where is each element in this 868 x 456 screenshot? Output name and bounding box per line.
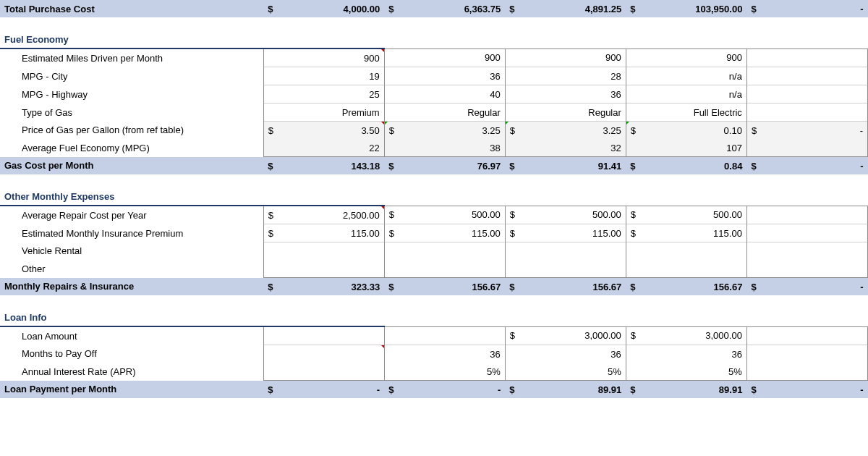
value-cell[interactable]: 2,500.00 — [285, 206, 384, 224]
value-cell[interactable] — [768, 206, 867, 224]
row-label: Gas Cost per Month — [0, 157, 263, 175]
value-cell[interactable] — [285, 345, 384, 363]
value-cell[interactable] — [768, 224, 867, 242]
data-row: Other — [0, 260, 868, 278]
currency-symbol — [746, 206, 768, 224]
currency-symbol: $ — [263, 381, 285, 399]
currency-symbol — [263, 242, 285, 261]
value-cell[interactable]: 115.00 — [406, 224, 505, 242]
value-cell[interactable]: Full Electric — [647, 104, 746, 122]
value-cell[interactable] — [285, 363, 384, 381]
value-cell[interactable]: 900 — [647, 48, 746, 67]
currency-symbol — [263, 104, 285, 122]
currency-symbol — [746, 104, 768, 122]
currency-symbol: $ — [505, 224, 527, 242]
value-cell[interactable]: 5% — [647, 363, 746, 381]
currency-symbol — [746, 363, 768, 381]
currency-symbol: $ — [384, 381, 406, 399]
currency-symbol — [505, 260, 527, 278]
value-cell[interactable]: 36 — [406, 67, 505, 85]
value-cell[interactable]: 500.00 — [527, 206, 626, 224]
value-cell: 4,891.25 — [527, 0, 626, 17]
value-cell[interactable]: 36 — [647, 345, 746, 363]
currency-symbol: $ — [626, 224, 647, 242]
currency-symbol — [263, 345, 285, 363]
value-cell[interactable]: Regular — [527, 104, 626, 122]
value-cell[interactable] — [527, 260, 626, 278]
value-cell[interactable]: 900 — [527, 48, 626, 67]
value-cell[interactable]: 5% — [527, 363, 626, 381]
value-cell[interactable] — [768, 326, 867, 345]
value-cell[interactable]: 22 — [285, 139, 384, 157]
currency-symbol — [263, 326, 285, 345]
value-cell[interactable] — [768, 139, 867, 157]
value-cell[interactable] — [647, 260, 746, 278]
value-cell[interactable] — [647, 242, 746, 261]
value-cell[interactable]: 115.00 — [285, 224, 384, 242]
value-cell[interactable]: 28 — [527, 67, 626, 85]
currency-symbol: $ — [505, 157, 527, 175]
value-cell[interactable] — [406, 260, 505, 278]
loan-info-header: Loan Info — [0, 304, 384, 326]
value-cell[interactable]: Premium — [285, 104, 384, 122]
currency-symbol: $ — [626, 381, 647, 399]
row-label: Estimated Miles Driven per Month — [0, 48, 263, 67]
value-cell[interactable] — [768, 363, 867, 381]
value-cell[interactable]: Regular — [406, 104, 505, 122]
value-cell[interactable] — [768, 67, 867, 85]
value-cell[interactable]: 107 — [647, 139, 746, 157]
value-cell[interactable] — [285, 260, 384, 278]
data-row: Estimated Monthly Insurance Premium$115.… — [0, 224, 868, 242]
value-cell: 156.67 — [406, 278, 505, 296]
value-cell[interactable]: 115.00 — [527, 224, 626, 242]
value-cell[interactable]: - — [768, 122, 867, 140]
row-label: Vehicle Rental — [0, 242, 263, 261]
value-cell[interactable]: 36 — [527, 85, 626, 104]
value-cell[interactable]: 3.25 — [406, 122, 505, 140]
currency-symbol: $ — [384, 157, 406, 175]
value-cell[interactable]: 25 — [285, 85, 384, 104]
currency-symbol: $ — [505, 206, 527, 224]
value-cell[interactable] — [406, 326, 505, 345]
value-cell[interactable]: 3,000.00 — [647, 326, 746, 345]
value-cell[interactable]: n/a — [647, 67, 746, 85]
value-cell[interactable]: 3,000.00 — [527, 326, 626, 345]
value-cell[interactable]: 32 — [527, 139, 626, 157]
data-row: Loan Amount$3,000.00$3,000.00 — [0, 326, 868, 345]
value-cell[interactable] — [768, 345, 867, 363]
value-cell[interactable] — [406, 242, 505, 261]
value-cell[interactable]: 36 — [527, 345, 626, 363]
value-cell[interactable]: 19 — [285, 67, 384, 85]
currency-symbol — [746, 260, 768, 278]
value-cell[interactable]: 900 — [406, 48, 505, 67]
currency-symbol — [626, 104, 647, 122]
currency-symbol: $ — [384, 278, 406, 296]
currency-symbol — [505, 48, 527, 67]
currency-symbol — [505, 104, 527, 122]
value-cell[interactable]: n/a — [647, 85, 746, 104]
value-cell[interactable]: 3.25 — [527, 122, 626, 140]
currency-symbol — [626, 242, 647, 261]
currency-symbol: $ — [626, 326, 647, 345]
value-cell[interactable]: 5% — [406, 363, 505, 381]
value-cell[interactable]: 900 — [285, 48, 384, 67]
value-cell[interactable]: 3.50 — [285, 122, 384, 140]
value-cell[interactable] — [527, 242, 626, 261]
value-cell[interactable] — [768, 104, 867, 122]
value-cell[interactable]: 40 — [406, 85, 505, 104]
value-cell[interactable] — [768, 48, 867, 67]
currency-symbol — [505, 67, 527, 85]
value-cell[interactable] — [768, 242, 867, 261]
currency-symbol — [384, 67, 406, 85]
value-cell[interactable] — [768, 260, 867, 278]
data-row: Price of Gas per Gallon (from ref table)… — [0, 122, 868, 140]
value-cell[interactable]: 36 — [406, 345, 505, 363]
value-cell[interactable]: 500.00 — [647, 206, 746, 224]
value-cell[interactable] — [285, 242, 384, 261]
value-cell[interactable] — [285, 326, 384, 345]
value-cell[interactable] — [768, 85, 867, 104]
value-cell[interactable]: 38 — [406, 139, 505, 157]
value-cell[interactable]: 500.00 — [406, 206, 505, 224]
value-cell[interactable]: 0.10 — [647, 122, 746, 140]
value-cell[interactable]: 115.00 — [647, 224, 746, 242]
